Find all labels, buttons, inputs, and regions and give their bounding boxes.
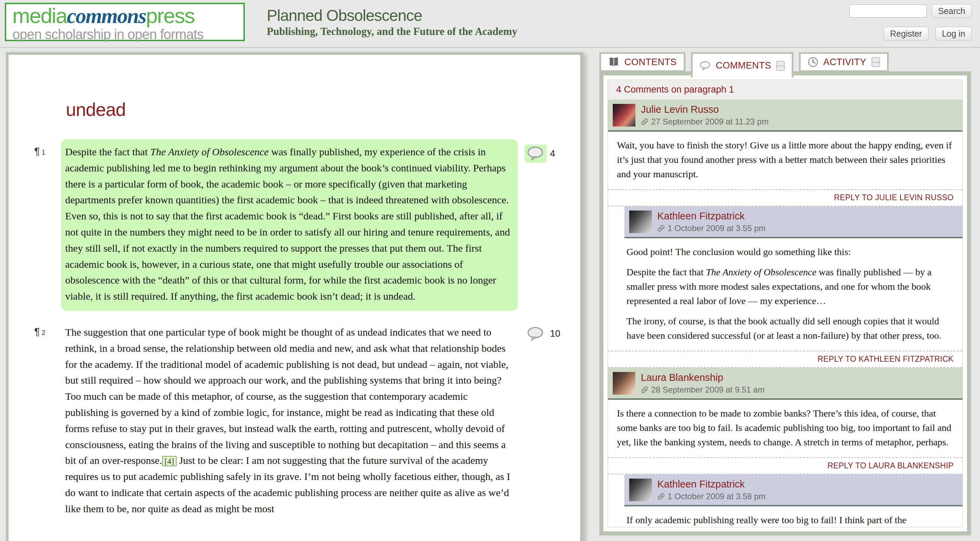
logo-tagline: open scholarship in open formats [12, 27, 243, 42]
comment-thread-item: Kathleen Fitzpatrick1 October 2009 at 3.… [608, 206, 963, 368]
comment-body: Wait, you have to finish the story! Give… [608, 132, 963, 189]
comment-paragraph: Despite the fact that The Anxiety of Obs… [627, 265, 954, 308]
paragraph-marker[interactable]: ¶2 [34, 320, 61, 337]
page-title: Planned Obsolescence [267, 6, 422, 25]
paragraph-number: 2 [41, 329, 45, 336]
paragraph-row: ¶2The suggestion that one particular typ… [34, 320, 566, 523]
comment-permalink[interactable]: 1 October 2009 at 3.58 pm [657, 492, 766, 501]
comments-list: Julie Levin Russo27 September 2009 at 11… [608, 100, 963, 527]
comment-permalink[interactable]: 1 October 2009 at 3.55 pm [657, 224, 766, 233]
link-icon [657, 492, 665, 501]
header-actions: Search Register Log in [855, 4, 972, 40]
logo-commons: commons [67, 4, 146, 27]
comment-thread-item: Kathleen Fitzpatrick1 October 2009 at 3.… [608, 474, 963, 527]
text-run: Is there a connection to be made to zomb… [617, 408, 951, 447]
reply-row: REPLY TO KATHLEEN FITZPATRICK [608, 351, 963, 368]
text-run: was finally published, my experience of … [65, 146, 510, 302]
register-button[interactable]: Register [884, 27, 929, 40]
italic-text: The Anxiety of Obsolescence [150, 146, 269, 158]
tab-label: CONTENTS [624, 57, 677, 68]
comment-author-link[interactable]: Julie Levin Russo [641, 103, 768, 115]
logo-press: press [146, 4, 194, 27]
pilcrow-icon: ¶ [34, 145, 40, 157]
comment-permalink[interactable]: 27 September 2009 at 11.23 pm [641, 117, 768, 127]
login-button[interactable]: Log in [935, 27, 972, 40]
clock-icon [808, 57, 818, 68]
footnote-link[interactable]: [4] [162, 456, 177, 466]
tab-activity[interactable]: ACTIVITY [799, 52, 889, 72]
reply-row: REPLY TO LAURA BLANKENSHIP [608, 457, 963, 474]
comment-header: Laura Blankenship28 September 2009 at 9.… [608, 368, 963, 400]
paragraph-marker[interactable]: ¶1 [34, 139, 61, 157]
reply-link[interactable]: REPLY TO JULIE LEVIN RUSSO [834, 193, 954, 202]
comment-date: 27 September 2009 at 11.23 pm [651, 117, 768, 127]
comment-author-link[interactable]: Laura Blankenship [641, 372, 765, 383]
paragraph-row: ¶1Despite the fact that The Anxiety of O… [34, 139, 566, 310]
comment-body: If only academic publishing really were … [608, 506, 963, 527]
comment-thread-item: Laura Blankenship28 September 2009 at 9.… [608, 368, 963, 474]
avatar [629, 210, 652, 233]
comment-header: Julie Levin Russo27 September 2009 at 11… [608, 100, 963, 132]
reply-link[interactable]: REPLY TO LAURA BLANKENSHIP [827, 461, 954, 470]
comments-sidebar: CONTENTSCOMMENTSACTIVITY 4 Comments on p… [600, 52, 971, 536]
comment-date: 28 September 2009 at 9.51 am [651, 385, 765, 395]
comment-count: 4 [550, 148, 555, 159]
reply-link[interactable]: REPLY TO KATHLEEN FITZPATRICK [818, 355, 954, 363]
paragraph-list: ¶1Despite the fact that The Anxiety of O… [34, 139, 566, 523]
comment-body: Is there a connection to be made to zomb… [608, 400, 963, 457]
text-run: If only academic publishing really were … [627, 515, 906, 525]
header-divider [0, 47, 980, 48]
comment-date: 1 October 2009 at 3.58 pm [668, 492, 766, 501]
search-button[interactable]: Search [932, 4, 972, 18]
comment-meta: Kathleen Fitzpatrick1 October 2009 at 3.… [657, 210, 766, 233]
comment-meta: Julie Levin Russo27 September 2009 at 11… [641, 103, 768, 127]
comment-bubble-icon[interactable] [525, 145, 547, 162]
paragraph-text[interactable]: Despite the fact that The Anxiety of Obs… [61, 139, 518, 310]
comment-header: Kathleen Fitzpatrick1 October 2009 at 3.… [624, 474, 963, 506]
text-run: The suggestion that one particular type … [65, 326, 509, 466]
comment-author-link[interactable]: Kathleen Fitzpatrick [657, 210, 766, 222]
comment-date: 1 October 2009 at 3.55 pm [668, 224, 766, 233]
search-input[interactable] [850, 5, 927, 18]
text-run: Despite the fact that [65, 146, 150, 158]
reply-row: REPLY TO JULIE LEVIN RUSSO [608, 189, 963, 206]
tab-comments[interactable]: COMMENTS [691, 52, 794, 78]
tab-label: ACTIVITY [823, 57, 867, 68]
book-icon [608, 57, 620, 67]
comment-author-link[interactable]: Kathleen Fitzpatrick [657, 478, 766, 490]
reading-panel: undead ¶1Despite the fact that The Anxie… [6, 52, 583, 541]
page-icon [871, 57, 880, 67]
avatar [629, 479, 652, 501]
avatar [613, 372, 635, 395]
link-icon [641, 118, 648, 126]
speech-bubble-icon [700, 61, 711, 71]
comment-paragraph: Is there a connection to be made to zomb… [617, 406, 954, 449]
comment-meta: Laura Blankenship28 September 2009 at 9.… [641, 372, 765, 395]
tab-contents[interactable]: CONTENTS [600, 52, 686, 72]
sidebar-frame: 4 Comments on paragraph 1 Julie Levin Ru… [600, 71, 971, 536]
paragraph-comment-indicator[interactable]: 10 [518, 320, 566, 343]
sidebar-tabs: CONTENTSCOMMENTSACTIVITY [600, 52, 889, 78]
page-icon [776, 61, 785, 71]
comment-paragraph: The irony, of course, is that the book a… [627, 314, 954, 343]
site-logo[interactable]: mediacommonspress open scholarship in op… [5, 3, 245, 41]
tab-label: COMMENTS [716, 60, 772, 71]
italic-text: The Anxiety of Obsolescence [706, 267, 816, 277]
comment-header: Kathleen Fitzpatrick1 October 2009 at 3.… [624, 206, 963, 238]
comment-paragraph: Wait, you have to finish the story! Give… [617, 138, 954, 181]
paragraph-comment-indicator[interactable]: 4 [518, 139, 566, 162]
text-run: Wait, you have to finish the story! Give… [617, 140, 952, 179]
logo-wordmark: mediacommonspress [12, 5, 243, 27]
comment-permalink[interactable]: 28 September 2009 at 9.51 am [641, 385, 765, 395]
comment-bubble-icon[interactable] [525, 325, 547, 343]
pilcrow-icon: ¶ [34, 326, 40, 337]
comments-panel-title: 4 Comments on paragraph 1 [608, 80, 963, 100]
page-subtitle: Publishing, Technology, and the Future o… [267, 25, 517, 38]
paragraph-number: 1 [41, 148, 45, 156]
chapter-title: undead [66, 99, 566, 120]
comment-paragraph: Good point! The conclusion would go some… [627, 245, 954, 259]
link-icon [657, 224, 665, 232]
text-run: Good point! The conclusion would go some… [627, 247, 851, 257]
link-icon [641, 386, 648, 394]
paragraph-text[interactable]: The suggestion that one particular type … [61, 320, 518, 523]
